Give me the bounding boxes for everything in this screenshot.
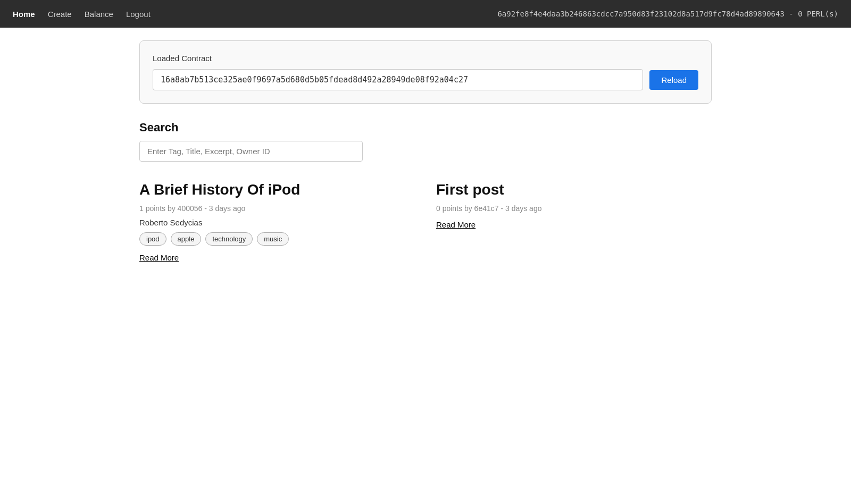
account-info: 6a92fe8f4e4daa3b246863cdcc7a950d83f23102… <box>497 10 838 18</box>
tag-music[interactable]: music <box>257 232 289 246</box>
post-card-1: First post0 points by 6e41c7 - 3 days ag… <box>436 181 712 262</box>
post-title-1: First post <box>436 181 712 199</box>
post-meta-1: 0 points by 6e41c7 - 3 days ago <box>436 204 712 213</box>
post-author-0: Roberto Sedycias <box>139 218 415 227</box>
post-meta-0: 1 points by 400056 - 3 days ago <box>139 204 415 213</box>
main-content: Loaded Contract Reload Search A Brief Hi… <box>122 28 729 275</box>
nav-item-balance[interactable]: Balance <box>85 10 113 19</box>
tag-ipod[interactable]: ipod <box>139 232 166 246</box>
read-more-1[interactable]: Read More <box>436 220 712 229</box>
tag-apple[interactable]: apple <box>171 232 202 246</box>
search-title: Search <box>139 121 712 135</box>
post-title-0: A Brief History Of iPod <box>139 181 415 199</box>
nav-item-home[interactable]: Home <box>13 10 35 19</box>
nav-item-logout[interactable]: Logout <box>126 10 151 19</box>
contract-label: Loaded Contract <box>153 54 698 63</box>
post-card-0: A Brief History Of iPod1 points by 40005… <box>139 181 415 262</box>
navbar: HomeCreateBalanceLogout 6a92fe8f4e4daa3b… <box>0 0 851 28</box>
contract-box: Loaded Contract Reload <box>139 40 712 104</box>
nav-left: HomeCreateBalanceLogout <box>13 10 151 19</box>
search-input[interactable] <box>139 141 363 162</box>
contract-input[interactable] <box>153 69 643 90</box>
posts-grid: A Brief History Of iPod1 points by 40005… <box>139 181 712 262</box>
nav-item-create[interactable]: Create <box>48 10 72 19</box>
read-more-0[interactable]: Read More <box>139 253 415 262</box>
reload-button[interactable]: Reload <box>649 70 698 90</box>
tag-technology[interactable]: technology <box>205 232 253 246</box>
contract-input-row: Reload <box>153 69 698 90</box>
search-section: Search <box>139 121 712 162</box>
post-tags-0: ipodappletechnologymusic <box>139 232 415 246</box>
